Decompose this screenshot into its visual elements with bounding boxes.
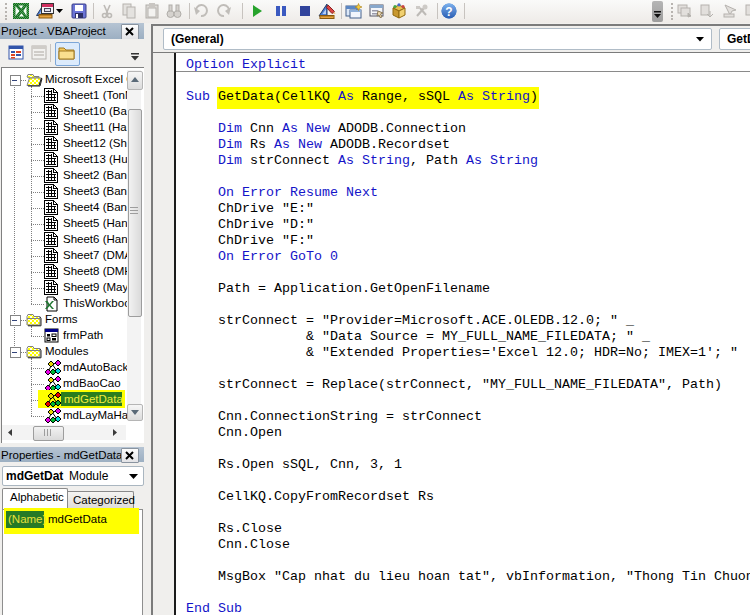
svg-text:?: ? — [445, 5, 452, 19]
